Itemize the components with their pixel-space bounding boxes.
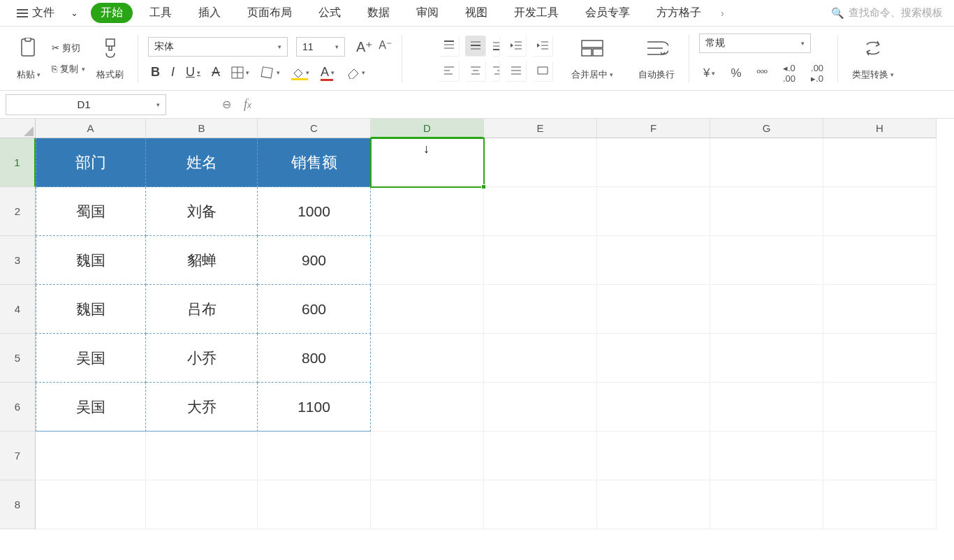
cell[interactable] bbox=[597, 432, 710, 480]
cell[interactable] bbox=[258, 480, 371, 529]
distribute-button[interactable] bbox=[532, 61, 553, 82]
cell[interactable]: 刘备 bbox=[146, 187, 258, 236]
copy-button[interactable]: ⎘复制▾ bbox=[49, 61, 88, 77]
column-header[interactable]: H bbox=[823, 119, 937, 138]
cell[interactable] bbox=[597, 236, 710, 285]
cell[interactable]: 大乔 bbox=[146, 383, 258, 432]
cell[interactable] bbox=[823, 432, 937, 480]
increase-decimal-button[interactable]: .00▸.0 bbox=[811, 63, 823, 84]
borders-button[interactable]: ▾ bbox=[231, 66, 249, 79]
cell[interactable] bbox=[484, 285, 597, 334]
cell[interactable] bbox=[710, 138, 823, 187]
type-convert-button[interactable]: 类型转换▾ bbox=[848, 36, 898, 81]
cell[interactable] bbox=[36, 432, 146, 480]
search-box[interactable]: 🔍 查找命令、搜索模板 bbox=[831, 6, 944, 20]
cell[interactable] bbox=[823, 383, 937, 432]
column-header[interactable]: G bbox=[710, 119, 823, 138]
cell[interactable] bbox=[710, 432, 823, 480]
decrease-indent-button[interactable] bbox=[506, 36, 527, 57]
cell[interactable] bbox=[710, 285, 823, 334]
cell[interactable] bbox=[597, 138, 710, 187]
cell[interactable] bbox=[371, 432, 484, 480]
underline-button[interactable]: U▾ bbox=[186, 65, 200, 80]
cell[interactable] bbox=[484, 334, 597, 383]
cell[interactable]: 貂蝉 bbox=[146, 236, 258, 285]
cell[interactable] bbox=[371, 383, 484, 432]
align-right-button[interactable] bbox=[492, 61, 500, 82]
align-middle-button[interactable] bbox=[465, 36, 486, 57]
cell[interactable]: 魏国 bbox=[36, 285, 146, 334]
tab-start[interactable]: 开始 bbox=[91, 3, 133, 23]
cell[interactable] bbox=[371, 187, 484, 236]
row-header[interactable]: 1 bbox=[0, 138, 36, 187]
cell[interactable] bbox=[597, 480, 710, 529]
cell[interactable] bbox=[484, 383, 597, 432]
cell[interactable]: 1000 bbox=[258, 187, 371, 236]
row-header[interactable]: 4 bbox=[0, 285, 36, 334]
cell[interactable] bbox=[484, 138, 597, 187]
cell[interactable] bbox=[258, 432, 371, 480]
formula-input[interactable] bbox=[256, 94, 954, 115]
column-header[interactable]: B bbox=[146, 119, 258, 138]
fill-pattern-button[interactable]: ▾ bbox=[260, 66, 280, 79]
font-color-button[interactable]: A▾ bbox=[321, 65, 335, 80]
cell[interactable] bbox=[371, 334, 484, 383]
cell[interactable] bbox=[823, 285, 937, 334]
row-header[interactable]: 3 bbox=[0, 236, 36, 285]
row-header[interactable]: 7 bbox=[0, 432, 36, 480]
cell[interactable] bbox=[484, 480, 597, 529]
number-format-select[interactable]: 常规▾ bbox=[699, 34, 811, 53]
cell[interactable]: 吴国 bbox=[36, 334, 146, 383]
cell[interactable]: 销售额 bbox=[258, 138, 371, 187]
font-name-select[interactable]: 宋体▾ bbox=[148, 37, 288, 57]
cell[interactable]: 吕布 bbox=[146, 285, 258, 334]
cell[interactable]: 900 bbox=[258, 236, 371, 285]
cell[interactable]: 800 bbox=[258, 334, 371, 383]
cells-area[interactable]: 部门姓名销售额蜀国刘备1000魏国貂蝉900魏国吕布600吴国小乔800吴国大乔… bbox=[36, 138, 954, 560]
justify-button[interactable] bbox=[506, 61, 527, 82]
tab-developer[interactable]: 开发工具 bbox=[504, 1, 568, 24]
file-menu-button[interactable]: 文件 bbox=[10, 3, 61, 23]
wrap-text-button[interactable]: 自动换行 bbox=[634, 36, 679, 81]
font-size-select[interactable]: 11▾ bbox=[296, 37, 345, 57]
cell[interactable] bbox=[710, 480, 823, 529]
cell[interactable]: 魏国 bbox=[36, 236, 146, 285]
cell[interactable] bbox=[710, 187, 823, 236]
cell[interactable] bbox=[146, 432, 258, 480]
cell[interactable] bbox=[371, 138, 484, 187]
column-header[interactable]: D bbox=[371, 119, 484, 138]
merge-center-button[interactable]: 合并居中▾ bbox=[567, 36, 617, 81]
row-header[interactable]: 2 bbox=[0, 187, 36, 236]
name-box[interactable]: D1 ▾ bbox=[6, 94, 166, 115]
decrease-decimal-button[interactable]: ◂.0.00 bbox=[783, 63, 795, 84]
select-all-corner[interactable] bbox=[0, 119, 36, 138]
column-header[interactable]: F bbox=[597, 119, 710, 138]
clear-format-button[interactable]: ▾ bbox=[346, 66, 365, 79]
tab-insert[interactable]: 插入 bbox=[189, 1, 230, 24]
cell[interactable]: 1100 bbox=[258, 383, 371, 432]
align-left-button[interactable] bbox=[439, 61, 460, 82]
row-header[interactable]: 5 bbox=[0, 334, 36, 383]
currency-button[interactable]: ¥▾ bbox=[703, 63, 715, 84]
fx-icon[interactable]: fx bbox=[244, 97, 251, 112]
align-top-button[interactable] bbox=[439, 36, 460, 57]
cell[interactable] bbox=[484, 187, 597, 236]
align-bottom-button[interactable] bbox=[492, 36, 500, 57]
cell[interactable] bbox=[597, 187, 710, 236]
cell[interactable]: 小乔 bbox=[146, 334, 258, 383]
cell[interactable]: 吴国 bbox=[36, 383, 146, 432]
tab-page-layout[interactable]: 页面布局 bbox=[237, 1, 302, 24]
strikethrough-button[interactable]: A bbox=[212, 65, 220, 80]
decrease-font-icon[interactable]: A⁻ bbox=[379, 38, 392, 55]
cancel-formula-icon[interactable]: ⊖ bbox=[222, 98, 231, 111]
column-header[interactable]: E bbox=[484, 119, 597, 138]
cell[interactable] bbox=[710, 334, 823, 383]
cell[interactable] bbox=[484, 432, 597, 480]
percent-button[interactable]: % bbox=[731, 63, 741, 84]
tab-formula[interactable]: 公式 bbox=[309, 1, 351, 24]
row-header[interactable]: 8 bbox=[0, 480, 36, 529]
cell[interactable] bbox=[371, 480, 484, 529]
increase-indent-button[interactable] bbox=[532, 36, 553, 57]
column-header[interactable]: C bbox=[258, 119, 371, 138]
cell[interactable]: 蜀国 bbox=[36, 187, 146, 236]
